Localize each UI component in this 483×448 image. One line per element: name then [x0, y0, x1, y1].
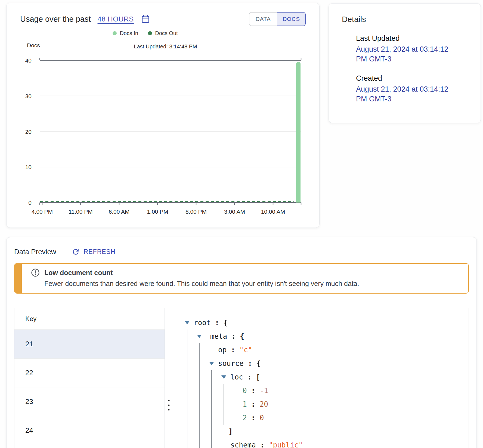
detail-label: Last Updated — [356, 34, 467, 43]
details-title: Details — [342, 15, 467, 24]
chart-legend: Docs InDocs Out — [7, 30, 319, 36]
json-tree-panel: root : {_meta : {op : "c"source : {loc :… — [173, 308, 469, 448]
tree-key: 1 — [243, 400, 247, 408]
triangle-down-icon[interactable] — [197, 335, 202, 338]
key-table-row[interactable]: 24 — [14, 416, 165, 445]
tree-colon: : — [227, 332, 240, 340]
tree-value: 0 — [260, 414, 264, 422]
tree-leaf-row: 2 : 0 — [234, 411, 463, 425]
alert-circle-icon — [31, 268, 40, 277]
chart-text: 1:00 PM — [147, 209, 168, 215]
time-range-link[interactable]: 48 HOURS — [98, 15, 134, 23]
legend-dot-docs-in — [113, 31, 117, 35]
tree-value: "c" — [239, 346, 252, 354]
tab-docs[interactable]: DOCS — [277, 12, 306, 26]
data-docs-toggle: DATADOCS — [249, 12, 306, 26]
detail-label: Created — [356, 74, 467, 83]
data-preview-card: Data Preview REFRESH — [6, 237, 477, 448]
tree-key: _meta — [206, 332, 227, 340]
chart-text: 10 — [25, 164, 32, 170]
key-table-row[interactable]: 23 — [14, 387, 165, 416]
tree-open-bracket: { — [224, 319, 228, 327]
tree-colon: : — [243, 373, 256, 381]
tree-close-bracket: ] — [221, 425, 463, 438]
tree-value: "public" — [269, 441, 303, 448]
tree-leaf-row: schema : "public" — [221, 438, 463, 448]
tree-open-bracket: { — [240, 332, 244, 340]
tree-leaf-row: op : "c" — [209, 343, 463, 357]
detail-value: August 21, 2024 at 03:14:12 PM GMT-3 — [356, 85, 457, 104]
key-table-header: Key — [14, 308, 165, 329]
key-table-row[interactable]: 22 — [14, 358, 165, 387]
usage-title-group: Usage over the past 48 HOURS — [20, 14, 150, 24]
detail-value: August 21, 2024 at 03:14:12 PM GMT-3 — [356, 45, 457, 64]
warning-title-row: Low document count — [31, 268, 462, 277]
tree-colon: : — [247, 387, 260, 395]
data-preview-title: Data Preview — [14, 248, 56, 256]
tab-data[interactable]: DATA — [249, 12, 277, 26]
tree-node-row[interactable]: loc : [ — [221, 370, 463, 384]
tree-open-bracket: { — [256, 359, 261, 368]
tree-node-row[interactable]: source : { — [209, 357, 463, 370]
warning-title: Low document count — [44, 269, 113, 277]
tree-key: loc — [230, 373, 243, 381]
usage-chart: 4:00 PM11:00 PM6:00 AM1:00 PM8:00 PM3:00… — [15, 38, 317, 217]
chart-text: 0 — [28, 200, 32, 206]
tree-node-row[interactable]: root : { — [185, 316, 463, 329]
usage-card: Usage over the past 48 HOURS DATADOCS Do… — [6, 3, 320, 228]
calendar-icon[interactable] — [141, 14, 150, 24]
refresh-label: REFRESH — [84, 248, 116, 256]
tree-colon: : — [256, 441, 269, 448]
chart-text: 30 — [25, 93, 32, 99]
refresh-button[interactable]: REFRESH — [72, 248, 116, 256]
tree-open-bracket: [ — [256, 373, 260, 381]
chart-text: 20 — [25, 129, 32, 135]
key-table: Key 21222324 — [14, 308, 165, 448]
legend-item-docs-in: Docs In — [113, 30, 138, 36]
tree-colon: : — [247, 414, 260, 422]
tree-close-bracket-glyph: ] — [228, 427, 233, 435]
usage-card-header: Usage over the past 48 HOURS DATADOCS — [7, 3, 319, 26]
panel-resize-handle[interactable] — [165, 308, 173, 448]
preview-panels: Key 21222324 root : {_meta : {op : "c"so… — [14, 308, 469, 448]
tree-key: root — [194, 319, 211, 327]
warning-description: Fewer documents than desired were found.… — [44, 280, 462, 288]
tree-key: op — [218, 346, 227, 354]
triangle-down-icon[interactable] — [221, 375, 226, 379]
chart-text: Docs — [27, 42, 40, 48]
tree-colon: : — [227, 346, 239, 354]
chart-text: 3:00 AM — [224, 209, 245, 215]
refresh-icon — [72, 248, 80, 256]
tree-colon: : — [211, 319, 224, 327]
tree-colon: : — [244, 359, 256, 368]
key-table-row[interactable]: 21 — [14, 329, 165, 358]
legend-label: Docs In — [120, 30, 138, 36]
legend-dot-docs-out — [148, 31, 152, 35]
docs-in-bar — [296, 62, 301, 203]
triangle-down-icon[interactable] — [209, 362, 214, 365]
tree-value: 20 — [260, 400, 268, 408]
warning-body: Low document count Fewer documents than … — [15, 264, 468, 293]
tree-node-row[interactable]: _meta : { — [197, 329, 463, 343]
tree-key: 2 — [243, 414, 247, 422]
tree-leaf-row: 0 : -1 — [234, 384, 463, 397]
tree-key: source — [218, 359, 244, 368]
tree-key: 0 — [243, 387, 247, 395]
tree-value: -1 — [260, 387, 268, 395]
legend-label: Docs Out — [155, 30, 178, 36]
legend-item-docs-out: Docs Out — [148, 30, 178, 36]
details-card: Details Last Updated August 21, 2024 at … — [329, 3, 481, 123]
vertical-dots-drag-icon[interactable] — [168, 400, 170, 410]
tree-leaf-row: 1 : 20 — [234, 397, 463, 411]
detail-item-last-updated: Last Updated August 21, 2024 at 03:14:12… — [356, 34, 467, 64]
detail-item-created: Created August 21, 2024 at 03:14:12 PM G… — [356, 74, 467, 104]
chart-text: 4:00 PM — [32, 209, 53, 215]
tree-colon: : — [247, 400, 260, 408]
chart-text: 6:00 AM — [109, 209, 129, 215]
triangle-down-icon[interactable] — [185, 321, 190, 324]
chart-text: 40 — [25, 57, 32, 64]
chart-text: 11:00 PM — [69, 209, 92, 215]
chart-text: Last Updated: 3:14:48 PM — [134, 43, 197, 49]
chart-text: 10:00 AM — [261, 209, 285, 215]
chart-text: 8:00 PM — [185, 209, 207, 215]
